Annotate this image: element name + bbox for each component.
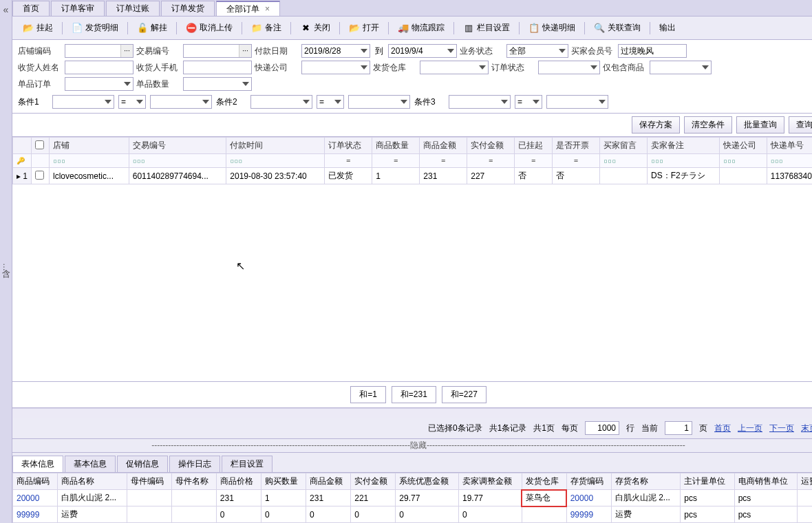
- dcol-3[interactable]: 母件名称: [171, 473, 216, 490]
- cond-value-2[interactable]: [546, 95, 608, 109]
- row-checkbox[interactable]: [35, 171, 44, 180]
- detail-row[interactable]: 20000白肌火山泥 2...231123122129.7719.77菜鸟仓20…: [13, 490, 813, 506]
- h-scrollbar[interactable]: [12, 408, 812, 418]
- order-status-select[interactable]: [538, 61, 600, 74]
- toolbar-btn-4[interactable]: 📁备注: [245, 19, 288, 36]
- buyer-id-input[interactable]: [618, 44, 687, 58]
- detail-tab-0[interactable]: 表体信息: [12, 456, 63, 472]
- biz-status-select[interactable]: [506, 44, 568, 58]
- batch-query-button[interactable]: 批量查询: [736, 116, 784, 134]
- col-5[interactable]: 商品金额: [420, 138, 467, 154]
- express-co-select[interactable]: [301, 61, 370, 74]
- next-page-link[interactable]: 下一页: [769, 423, 794, 434]
- single-qty-select[interactable]: [183, 77, 252, 91]
- col-9[interactable]: 买家留言: [600, 138, 648, 154]
- col-10[interactable]: 卖家备注: [648, 138, 720, 154]
- dcol-11[interactable]: 存货编码: [566, 473, 611, 490]
- only-contain-select[interactable]: [650, 61, 712, 74]
- cond-op-0[interactable]: [118, 95, 146, 109]
- col-7[interactable]: 已挂起: [515, 138, 553, 154]
- detail-tab-1[interactable]: 基本信息: [65, 456, 116, 472]
- toolbar-btn-11[interactable]: 输出: [653, 19, 682, 36]
- collapse-bar[interactable]: ----------------------------------------…: [12, 439, 812, 453]
- dcol-12[interactable]: 存货名称: [611, 473, 680, 490]
- filter-cell[interactable]: ▫▫▫: [50, 154, 129, 168]
- toolbar-btn-1[interactable]: 📄发货明细: [65, 19, 125, 36]
- dcol-14[interactable]: 电商销售单位: [734, 473, 798, 490]
- col-2[interactable]: 付款时间: [226, 138, 325, 154]
- toolbar-btn-5[interactable]: ✖关闭: [294, 19, 336, 36]
- dcol-5[interactable]: 购买数量: [261, 473, 306, 490]
- cond-value-1[interactable]: [348, 95, 410, 109]
- dcol-6[interactable]: 商品金额: [306, 473, 351, 490]
- pay-date-to[interactable]: [388, 44, 457, 58]
- col-8[interactable]: 是否开票: [553, 138, 600, 154]
- filter-cell[interactable]: ▫▫▫: [767, 154, 812, 168]
- toolbar-btn-7[interactable]: 🚚物流跟踪: [392, 19, 451, 36]
- filter-cell[interactable]: ▫▫▫: [226, 154, 325, 168]
- dcol-10[interactable]: 发货仓库: [522, 473, 566, 490]
- detail-tab-3[interactable]: 操作日志: [169, 456, 220, 472]
- prev-page-link[interactable]: 上一页: [738, 423, 762, 434]
- col-6[interactable]: 实付金额: [467, 138, 515, 154]
- dcol-8[interactable]: 系统优惠金额: [396, 473, 459, 490]
- last-page-link[interactable]: 末页: [801, 423, 812, 434]
- collapse-toggle-icon[interactable]: «: [3, 4, 9, 15]
- dcol-7[interactable]: 实付金额: [351, 473, 396, 490]
- dcol-9[interactable]: 卖家调整金额: [458, 473, 522, 490]
- col-1[interactable]: 交易编号: [129, 138, 226, 154]
- filter-cell[interactable]: =: [553, 154, 600, 168]
- tab-1[interactable]: 订单客审: [51, 1, 105, 16]
- col-0[interactable]: 店铺: [50, 138, 129, 154]
- chk-all[interactable]: [32, 138, 50, 154]
- toolbar-btn-2[interactable]: 🔓解挂: [131, 19, 173, 36]
- tab-4[interactable]: 全部订单×: [216, 1, 280, 16]
- detail-grid[interactable]: 商品编码商品名称母件编码母件名称商品价格购买数量商品金额实付金额系统优惠金额卖家…: [12, 473, 812, 523]
- close-tab-icon[interactable]: ×: [265, 4, 270, 14]
- col-11[interactable]: 快递公司: [719, 138, 767, 154]
- dcol-1[interactable]: 商品名称: [58, 473, 127, 490]
- trade-no-picker[interactable]: ···: [239, 45, 251, 57]
- filter-cell[interactable]: =: [420, 154, 467, 168]
- dcol-4[interactable]: 商品价格: [216, 473, 261, 490]
- toolbar-btn-10[interactable]: 🔍关联查询: [588, 19, 647, 36]
- col-3[interactable]: 订单状态: [325, 138, 372, 154]
- filter-cell[interactable]: ▫▫▫: [719, 154, 767, 168]
- save-scheme-button[interactable]: 保存方案: [632, 116, 680, 134]
- filter-cell[interactable]: ▫▫▫: [129, 154, 226, 168]
- current-page-input[interactable]: [665, 421, 692, 435]
- recv-name-input[interactable]: [65, 61, 133, 74]
- col-4[interactable]: 商品数量: [372, 138, 420, 154]
- filter-cell[interactable]: =: [372, 154, 420, 168]
- filter-cell[interactable]: =: [467, 154, 515, 168]
- cond-op-2[interactable]: [515, 95, 542, 109]
- clear-cond-button[interactable]: 清空条件: [684, 116, 732, 134]
- dcol-0[interactable]: 商品编码: [13, 473, 58, 490]
- orders-grid[interactable]: 店铺交易编号付款时间订单状态商品数量商品金额实付金额已挂起是否开票买家留言卖家备…: [12, 137, 812, 184]
- cond-op-1[interactable]: [317, 95, 344, 109]
- detail-tab-4[interactable]: 栏目设置: [222, 456, 273, 472]
- detail-row[interactable]: 99999运费00000099999运费pcspcs: [13, 506, 813, 523]
- col-12[interactable]: 快递单号: [767, 138, 812, 154]
- tab-0[interactable]: 首页: [12, 1, 50, 16]
- query-button[interactable]: 查询: [789, 116, 812, 134]
- dcol-2[interactable]: 母件编码: [127, 473, 171, 490]
- pay-date-from[interactable]: [301, 44, 370, 58]
- toolbar-btn-9[interactable]: 📋快递明细: [522, 19, 581, 36]
- tab-3[interactable]: 订单发货: [161, 1, 215, 16]
- dcol-15[interactable]: 运费: [798, 473, 812, 490]
- table-row[interactable]: ▸ 1lclovecosmetic...601140289774694...20…: [13, 168, 813, 184]
- filter-cell[interactable]: ▫▫▫: [600, 154, 648, 168]
- filter-cell[interactable]: =: [325, 154, 372, 168]
- store-code-picker[interactable]: ···: [120, 45, 133, 57]
- filter-cell[interactable]: ▫▫▫: [648, 154, 720, 168]
- toolbar-btn-0[interactable]: 📂挂起: [17, 19, 59, 36]
- cond-field-1[interactable]: [250, 95, 312, 109]
- single-order-select[interactable]: [65, 77, 133, 91]
- toolbar-btn-6[interactable]: 📂打开: [343, 19, 385, 36]
- dcol-13[interactable]: 主计量单位: [681, 473, 734, 490]
- per-page-input[interactable]: [585, 421, 619, 435]
- toolbar-btn-8[interactable]: ▥栏目设置: [457, 19, 516, 36]
- cond-field-2[interactable]: [449, 95, 511, 109]
- cond-value-0[interactable]: [150, 95, 212, 109]
